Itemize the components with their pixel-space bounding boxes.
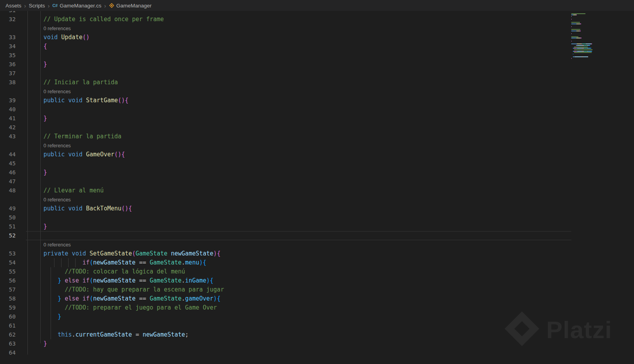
code-line-content[interactable]: void Update() [26, 33, 571, 42]
code-line-content[interactable] [26, 105, 571, 114]
code-line-content[interactable]: } [26, 222, 571, 231]
code-line-content[interactable] [26, 321, 571, 330]
codelens-references[interactable]: 0 references [0, 141, 634, 150]
code-line-content[interactable]: } [26, 312, 571, 321]
line-number: 39 [0, 96, 26, 105]
chevron-right-icon: › [24, 3, 26, 9]
code-text: } else if(newGameState == GameState.game… [26, 294, 221, 303]
code-line[interactable]: 60} [0, 312, 634, 321]
code-line-content[interactable]: //TODO: preparar el juego para el Game O… [26, 303, 571, 312]
codelens-references[interactable]: 0 references [0, 24, 634, 33]
breadcrumb-label: GameManager.cs [60, 3, 101, 9]
code-line-content[interactable]: //TODO: hay que preparar la escena para … [26, 285, 571, 294]
line-number: 38 [0, 78, 26, 87]
code-line-content[interactable] [26, 69, 571, 78]
code-line-content[interactable]: public void BackToMenu(){ [26, 204, 571, 213]
breadcrumb-item-symbol[interactable]: GameManager [108, 3, 152, 9]
code-line[interactable]: 34{ [0, 42, 634, 51]
breadcrumb-item-scripts[interactable]: Scripts [28, 3, 46, 9]
code-text: void Update() [26, 33, 90, 42]
code-line-content[interactable] [26, 231, 571, 240]
code-text: // Terminar la partida [26, 132, 121, 141]
code-area[interactable]: 3132// Update is called once per frame0 … [0, 11, 634, 357]
code-text: // Iniciar la partida [26, 78, 118, 87]
code-line[interactable]: 32// Update is called once per frame [0, 15, 634, 24]
code-line[interactable]: 47 [0, 177, 634, 186]
code-line[interactable]: 57//TODO: hay que preparar la escena par… [0, 285, 634, 294]
indent-guide [75, 258, 76, 267]
code-text: //TODO: colocar la lógica del menú [26, 267, 185, 276]
code-line-content[interactable] [26, 348, 571, 357]
code-text: public void StartGame(){ [26, 96, 129, 105]
code-line[interactable]: 40 [0, 105, 634, 114]
code-text: public void GameOver(){ [26, 150, 125, 159]
breadcrumb-item-assets[interactable]: Assets [5, 3, 22, 9]
code-line[interactable]: 51} [0, 222, 634, 231]
code-line[interactable]: 58} else if(newGameState == GameState.ga… [0, 294, 634, 303]
code-line[interactable]: 49public void BackToMenu(){ [0, 204, 634, 213]
code-line[interactable]: 37 [0, 69, 634, 78]
code-line[interactable]: 43// Terminar la partida [0, 132, 634, 141]
code-line[interactable]: 50 [0, 213, 634, 222]
code-line[interactable]: 46} [0, 168, 634, 177]
code-line[interactable]: 33void Update() [0, 33, 634, 42]
code-line[interactable]: 62this.currentGameState = newGameState; [0, 330, 634, 339]
code-line[interactable]: 52 [0, 231, 634, 240]
code-line-content[interactable]: { [26, 42, 571, 51]
code-line[interactable]: 39public void StartGame(){ [0, 96, 634, 105]
code-line[interactable]: 45 [0, 159, 634, 168]
code-line[interactable]: 35 [0, 51, 634, 60]
code-line[interactable]: 56} else if(newGameState == GameState.in… [0, 276, 634, 285]
code-line[interactable]: 61 [0, 321, 634, 330]
code-line[interactable]: 31 [0, 11, 634, 15]
code-line[interactable]: 64 [0, 348, 634, 357]
breadcrumb-item-file[interactable]: C# GameManager.cs [52, 3, 102, 9]
class-symbol-icon [109, 3, 114, 8]
code-line-content[interactable]: } else if(newGameState == GameState.game… [26, 294, 571, 303]
code-line-content[interactable]: // Terminar la partida [26, 132, 571, 141]
code-line-content[interactable]: //TODO: colocar la lógica del menú [26, 267, 571, 276]
code-line[interactable]: 54if(newGameState == GameState.menu){ [0, 258, 634, 267]
code-line-content[interactable]: if(newGameState == GameState.menu){ [26, 258, 571, 267]
code-text: // Update is called once per frame [26, 15, 164, 24]
code-line[interactable]: 63} [0, 339, 634, 348]
codelens-references[interactable]: 0 references [0, 195, 634, 204]
line-number: 58 [0, 294, 26, 303]
code-line-content[interactable] [26, 51, 571, 60]
code-line[interactable]: 55//TODO: colocar la lógica del menú [0, 267, 634, 276]
code-line[interactable]: 48// Llevar al menú [0, 186, 634, 195]
code-line-content[interactable] [26, 177, 571, 186]
code-line-content[interactable]: } [26, 114, 571, 123]
code-editor[interactable]: 3132// Update is called once per frame0 … [0, 11, 634, 364]
indent-guide [51, 276, 51, 285]
code-line-content[interactable] [26, 123, 571, 132]
code-line[interactable]: 44public void GameOver(){ [0, 150, 634, 159]
codelens-references[interactable]: 0 references [0, 87, 634, 96]
code-line-content[interactable]: private void SetGameState(GameState newG… [26, 249, 571, 258]
minimap[interactable] [570, 12, 601, 61]
code-line-content[interactable]: // Iniciar la partida [26, 78, 571, 87]
code-line-content[interactable] [26, 11, 571, 15]
code-line-content[interactable]: } [26, 168, 571, 177]
code-line-content[interactable]: public void GameOver(){ [26, 150, 571, 159]
code-line-content[interactable]: public void StartGame(){ [26, 96, 571, 105]
code-line-content[interactable]: } [26, 60, 571, 69]
code-line-content[interactable]: // Llevar al menú [26, 186, 571, 195]
code-line-content[interactable]: this.currentGameState = newGameState; [26, 330, 571, 339]
code-line-content[interactable]: } else if(newGameState == GameState.inGa… [26, 276, 571, 285]
code-line-content[interactable] [26, 213, 571, 222]
breadcrumb-label: Assets [5, 3, 22, 9]
codelens-references[interactable]: 0 references [0, 240, 634, 249]
code-line-content[interactable] [26, 159, 571, 168]
code-line[interactable]: 53private void SetGameState(GameState ne… [0, 249, 634, 258]
code-line[interactable]: 59//TODO: preparar el juego para el Game… [0, 303, 634, 312]
code-line[interactable]: 41} [0, 114, 634, 123]
code-line-content[interactable]: // Update is called once per frame [26, 15, 571, 24]
indent-guide [51, 312, 51, 321]
line-number: 51 [0, 222, 26, 231]
code-line[interactable]: 36} [0, 60, 634, 69]
code-line-content[interactable]: } [26, 339, 571, 348]
code-text: //TODO: preparar el juego para el Game O… [26, 303, 217, 312]
code-line[interactable]: 38// Iniciar la partida [0, 78, 634, 87]
code-line[interactable]: 42 [0, 123, 634, 132]
